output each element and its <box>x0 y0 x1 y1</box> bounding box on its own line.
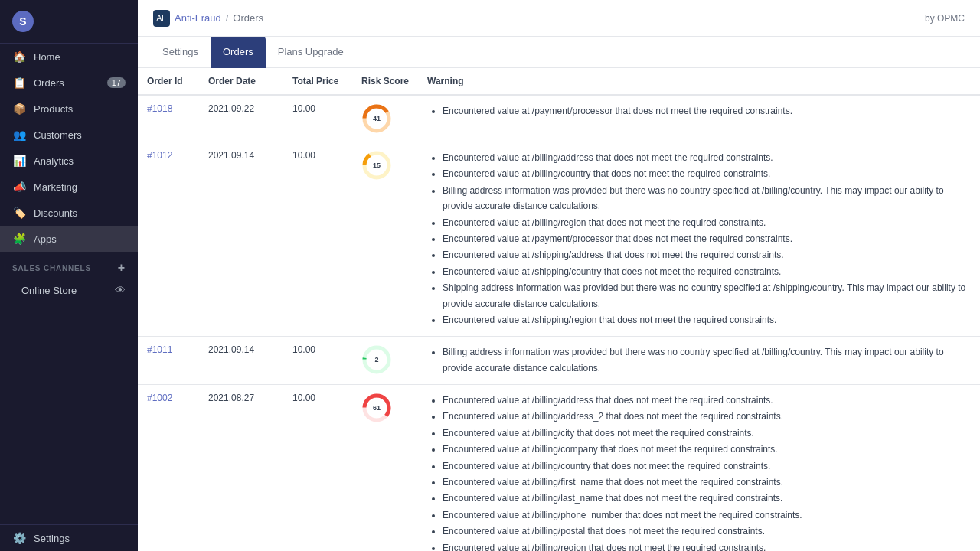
sidebar-item-settings[interactable]: ⚙️ Settings <box>0 525 138 551</box>
warnings-cell-1: Encountered value at /billing/address th… <box>418 142 980 337</box>
sidebar-item-products[interactable]: 📦 Products <box>0 96 138 122</box>
col-header-order-id: Order Id <box>138 68 199 95</box>
order-link-1[interactable]: #1012 <box>147 150 172 161</box>
warning-item: Encountered value at /billing/last_name … <box>443 491 971 506</box>
breadcrumb-page: Orders <box>233 12 263 24</box>
warning-item: Encountered value at /shipping/region th… <box>443 312 971 328</box>
risk-score-donut-1: 15 <box>361 150 392 181</box>
customers-icon: 👥 <box>12 129 26 141</box>
sidebar-item-marketing[interactable]: 📣 Marketing <box>0 174 138 200</box>
risk-score-donut-3: 61 <box>361 393 392 423</box>
sidebar-item-customers[interactable]: 👥 Customers <box>0 122 138 148</box>
risk-score-label-3: 61 <box>373 404 381 412</box>
marketing-icon: 📣 <box>12 181 26 193</box>
order-link-0[interactable]: #1018 <box>147 103 172 114</box>
order-link-3[interactable]: #1002 <box>147 393 172 403</box>
sidebar: S 🏠 Home 📋 Orders 17📦 Products 👥 Custome… <box>0 0 138 551</box>
order-link-2[interactable]: #1011 <box>147 344 172 355</box>
warnings-cell-3: Encountered value at /billing/address th… <box>418 385 980 551</box>
sidebar-sales-channels: Online Store 👁 <box>0 278 138 302</box>
warning-item: Shipping address information was provide… <box>443 280 971 311</box>
tab-plans-upgrade[interactable]: Plans Upgrade <box>266 37 356 68</box>
eye-icon-online-store[interactable]: 👁 <box>115 284 126 296</box>
sidebar-logo: S <box>0 0 138 44</box>
sidebar-logo-icon: S <box>12 11 34 32</box>
warning-item: Encountered value at /billing/address th… <box>443 150 971 165</box>
risk-score-cell-3: 61 <box>352 385 418 551</box>
sidebar-item-label-analytics: Analytics <box>34 155 74 167</box>
sidebar-item-orders[interactable]: 📋 Orders 17 <box>0 70 138 96</box>
table-row: #10112021.09.1410.00 2 Billing address i… <box>138 337 980 385</box>
col-header-order-date: Order Date <box>199 68 283 95</box>
sidebar-sub-label-online-store: Online Store <box>21 285 77 296</box>
risk-score-donut-2: 2 <box>361 344 392 375</box>
main-content: AF Anti-Fraud / Orders by OPMC SettingsO… <box>138 0 980 551</box>
warning-item: Encountered value at /shipping/address t… <box>443 247 971 262</box>
sidebar-settings-section: ⚙️ Settings <box>0 524 138 551</box>
orders-table: Order IdOrder DateTotal PriceRisk ScoreW… <box>138 68 980 551</box>
risk-score-cell-1: 15 <box>352 142 418 337</box>
breadcrumb-separator: / <box>226 12 229 24</box>
risk-score-label-2: 2 <box>374 356 378 364</box>
content-area: SettingsOrdersPlans Upgrade Order IdOrde… <box>138 37 980 551</box>
sidebar-item-label-home: Home <box>34 51 60 63</box>
tab-settings[interactable]: Settings <box>150 37 211 68</box>
order-price-0: 10.00 <box>283 95 352 142</box>
tab-orders[interactable]: Orders <box>211 37 266 68</box>
warning-item: Encountered value at /billing/region tha… <box>443 540 971 551</box>
warnings-cell-2: Billing address information was provided… <box>418 337 980 385</box>
warning-item: Encountered value at /billing/address_2 … <box>443 409 971 424</box>
warning-item: Encountered value at /billing/country th… <box>443 458 971 474</box>
table-row: #10182021.09.2210.00 41 Encountered valu… <box>138 95 980 142</box>
warning-item: Billing address information was provided… <box>443 183 971 214</box>
order-date-3: 2021.08.27 <box>199 385 283 551</box>
settings-icon: ⚙️ <box>12 532 26 544</box>
risk-score-donut-0: 41 <box>361 103 392 134</box>
sidebar-item-apps[interactable]: 🧩 Apps <box>0 226 138 252</box>
discounts-icon: 🏷️ <box>12 207 26 219</box>
topbar-right-text: by OPMC <box>925 13 965 24</box>
breadcrumb-app-link[interactable]: Anti-Fraud <box>175 12 221 24</box>
order-date-1: 2021.09.14 <box>199 142 283 337</box>
warning-item: Encountered value at /billing/city that … <box>443 425 971 441</box>
sidebar-item-discounts[interactable]: 🏷️ Discounts <box>0 200 138 226</box>
sidebar-item-analytics[interactable]: 📊 Analytics <box>0 148 138 174</box>
sidebar-item-online-store[interactable]: Online Store 👁 <box>0 278 138 302</box>
warning-item: Encountered value at /billing/company th… <box>443 442 971 457</box>
risk-score-label-1: 15 <box>373 161 381 169</box>
sidebar-nav: 🏠 Home 📋 Orders 17📦 Products 👥 Customers… <box>0 44 138 252</box>
table-row: #10022021.08.2710.00 61 Encountered valu… <box>138 385 980 551</box>
order-price-1: 10.00 <box>283 142 352 337</box>
order-price-2: 10.00 <box>283 337 352 385</box>
apps-icon: 🧩 <box>12 233 26 245</box>
warning-item: Encountered value at /shipping/country t… <box>443 264 971 279</box>
risk-score-label-0: 41 <box>373 115 381 122</box>
risk-score-cell-0: 41 <box>352 95 418 142</box>
warning-item: Encountered value at /billing/region tha… <box>443 215 971 230</box>
warning-item: Encountered value at /billing/postal tha… <box>443 523 971 539</box>
order-price-3: 10.00 <box>283 385 352 551</box>
col-header-warning: Warning <box>418 68 980 95</box>
warnings-cell-0: Encountered value at /payment/processor … <box>418 95 980 142</box>
warning-item: Encountered value at /payment/processor … <box>443 103 971 119</box>
sidebar-item-label-marketing: Marketing <box>34 181 77 193</box>
sidebar-badge-orders: 17 <box>107 77 126 88</box>
home-icon: 🏠 <box>12 51 26 63</box>
sidebar-item-label-customers: Customers <box>34 129 82 141</box>
analytics-icon: 📊 <box>12 155 26 167</box>
app-icon: AF <box>153 10 170 27</box>
warning-item: Encountered value at /billing/address th… <box>443 393 971 408</box>
sidebar-item-label-products: Products <box>34 103 73 115</box>
sidebar-sales-channels-label: SALES CHANNELS + <box>0 252 138 278</box>
sidebar-item-home[interactable]: 🏠 Home <box>0 44 138 70</box>
topbar: AF Anti-Fraud / Orders by OPMC <box>138 0 980 37</box>
warning-item: Encountered value at /payment/processor … <box>443 231 971 246</box>
order-date-0: 2021.09.22 <box>199 95 283 142</box>
warning-item: Encountered value at /billing/country th… <box>443 166 971 181</box>
warning-item: Encountered value at /billing/phone_numb… <box>443 507 971 523</box>
add-sales-channel-icon[interactable]: + <box>118 261 126 275</box>
col-header-risk-score: Risk Score <box>352 68 418 95</box>
products-icon: 📦 <box>12 103 26 115</box>
order-date-2: 2021.09.14 <box>199 337 283 385</box>
table-row: #10122021.09.1410.00 15 Encountered valu… <box>138 142 980 337</box>
